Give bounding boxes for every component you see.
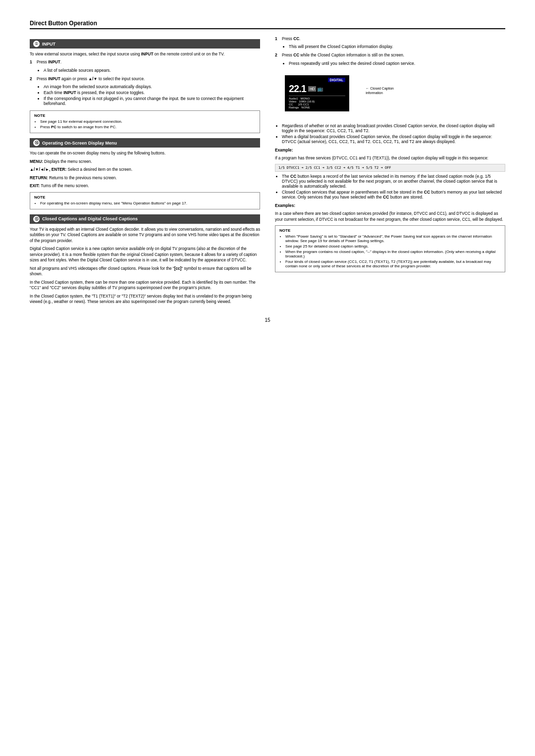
sequence-bar: 1/5 DTVCC1 ➜ 2/5 CC1 ➜ 3/5 CC2 ➜ 4/5 T1 … <box>275 164 505 172</box>
cc-para-1: Your TV is equipped with an internal Clo… <box>30 227 260 244</box>
cc-para-4: In the Closed Caption system, there can … <box>30 280 260 291</box>
osd-section-num: ⑭ <box>33 140 40 146</box>
section-heading: Direct Button Operation <box>30 20 505 29</box>
input-section-bar: ① INPUT <box>30 39 260 49</box>
cc-section-num: ⑮ <box>33 216 40 222</box>
right-column: 1 Press CC. This will present the Closed… <box>275 34 505 307</box>
section-title-text: Direct Button Operation <box>30 20 97 27</box>
cc-section-bar: ⑮ Closed Captions and Digital Closed Cap… <box>30 214 260 224</box>
cc-bullets-after-screen: Regardless of whether or not an analog b… <box>275 123 505 144</box>
osd-note: NOTE For operating the on-screen display… <box>30 192 260 209</box>
tv-screen: Air DIGITAL 22.1 HD 📺 Audio1 MONO Video … <box>285 75 349 111</box>
cc-bullets-after-example: The CC button keeps a record of the last… <box>275 174 505 200</box>
input-section-label: INPUT <box>42 42 55 47</box>
input-step-1: 1 Press INPUT. A list of selectable sour… <box>30 59 260 74</box>
cc-para-5: In the Closed Caption system, the "T1 (T… <box>30 294 260 305</box>
input-section-num: ① <box>33 41 40 47</box>
osd-intro: You can operate the on-screen display me… <box>30 151 260 156</box>
osd-section-bar: ⑭ Operating On-Screen Display Menu <box>30 138 260 148</box>
cc-steps: 1 Press CC. This will present the Closed… <box>275 36 505 67</box>
input-note: NOTE See page 11 for external equipment … <box>30 110 260 133</box>
input-intro: To view external source images, select t… <box>30 51 260 57</box>
page-number: 15 <box>30 317 505 323</box>
cc-step-2: 2 Press CC while the Closed Caption info… <box>275 52 505 67</box>
input-step-2: 2 Press INPUT again or press ▲/▼ to sele… <box>30 76 260 107</box>
osd-section-label: Operating On-Screen Display Menu <box>42 141 117 146</box>
tv-screen-wrap: Air DIGITAL 22.1 HD 📺 Audio1 MONO Video … <box>285 72 349 114</box>
cc-note: NOTE When "Power Saving" is set to "Stan… <box>275 225 505 272</box>
cc-para-2: Digital Closed Caption service is a new … <box>30 246 260 263</box>
cc-para-3: Not all programs and VHS videotapes offe… <box>30 266 260 277</box>
cc-info-label: ← Closed Captioninformation <box>366 86 394 95</box>
input-steps: 1 Press INPUT. A list of selectable sour… <box>30 59 260 107</box>
cc-section-label: Closed Captions and Digital Closed Capti… <box>42 216 138 221</box>
page-container: Direct Button Operation ① INPUT To view … <box>30 20 505 323</box>
left-column: ① INPUT To view external source images, … <box>30 34 260 307</box>
cc-step-1: 1 Press CC. This will present the Closed… <box>275 36 505 50</box>
